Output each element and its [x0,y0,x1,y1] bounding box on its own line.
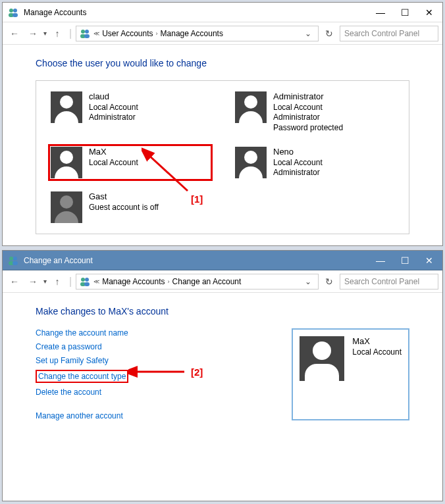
account-name: claud [89,91,138,103]
forward-button[interactable]: → [25,274,41,290]
svg-rect-11 [13,261,18,265]
refresh-button[interactable]: ↻ [321,26,337,41]
svg-point-8 [9,257,13,261]
action-link[interactable]: Delete the account [36,388,128,397]
window-manage-accounts: Manage Accounts — ☐ ✕ ← → ▾ ↑ | ≪ User A… [2,2,443,246]
account-info: GastGuest account is off [89,191,159,223]
user-accounts-icon [79,28,91,39]
selected-account-tile[interactable]: MaX Local Account [292,328,409,420]
svg-point-1 [13,9,17,13]
navbar: ← → ▾ ↑ | ≪ User Accounts › Manage Accou… [3,22,442,45]
svg-point-5 [85,30,89,34]
svg-point-12 [81,278,85,282]
account-info: claudLocal AccountAdministrator [89,91,138,134]
account-name: Gast [89,191,159,203]
content-area: Make changes to MaX's account Change the… [3,293,442,434]
maximize-button[interactable]: ☐ [397,7,413,18]
account-tile[interactable]: claudLocal AccountAdministrator [48,89,213,136]
svg-point-4 [81,30,85,34]
user-accounts-icon [8,7,18,18]
breadcrumb-segment[interactable]: Manage Accounts [161,29,223,38]
account-detail: Local Account [89,103,138,113]
navbar: ← → ▾ ↑ | ≪ Manage Accounts › Change an … [3,270,442,293]
account-tile[interactable]: NenoLocal AccountAdministrator [232,144,397,181]
titlebar[interactable]: Manage Accounts — ☐ ✕ [3,3,442,22]
breadcrumb[interactable]: ≪ User Accounts › Manage Accounts ⌄ [76,26,319,41]
breadcrumb-segment[interactable]: Manage Accounts [102,277,165,286]
account-name: MaX [89,147,138,158]
page-heading: Make changes to MaX's account [36,306,409,316]
chevron-right-icon: › [168,278,170,285]
chevron-right-icon: › [156,30,158,37]
history-dropdown[interactable]: ▾ [43,278,47,285]
svg-point-9 [13,257,17,261]
action-link[interactable]: Change the account name [36,328,128,338]
account-info: MaXLocal Account [89,147,138,178]
page-heading: Choose the user you would like to change [36,58,409,68]
action-links: Change the account nameCreate a password… [36,328,128,420]
accounts-list: claudLocal AccountAdministratorAdministr… [36,80,409,234]
titlebar[interactable]: Change an Account — ☐ ✕ [3,251,442,270]
account-name: MaX [352,336,402,347]
action-link[interactable]: Create a password [36,342,128,351]
close-button[interactable]: ✕ [421,255,437,266]
account-tile[interactable]: MaXLocal Account [48,144,213,181]
search-input[interactable]: Search Control Panel [340,26,438,41]
manage-another-link[interactable]: Manage another account [36,411,128,420]
svg-point-0 [9,9,13,13]
avatar-icon [51,91,82,123]
avatar-icon [235,147,267,178]
account-info: NenoLocal AccountAdministrator [273,147,323,178]
close-button[interactable]: ✕ [421,7,437,18]
refresh-button[interactable]: ↻ [321,274,337,290]
chevron-icon: ≪ [93,278,99,285]
account-detail: Local Account [89,158,138,168]
action-link[interactable]: Change the account type [36,370,128,383]
window-controls: — ☐ ✕ [372,255,437,266]
user-accounts-icon [79,276,91,287]
avatar-icon [235,91,267,123]
minimize-button[interactable]: — [372,255,389,266]
account-detail: Password protected [273,123,343,134]
svg-rect-3 [13,13,18,17]
account-tile[interactable]: AdministratorLocal AccountAdministratorP… [232,89,397,136]
back-button[interactable]: ← [7,26,22,41]
account-detail: Local Account [273,158,323,168]
content-area: Choose the user you would like to change… [3,45,442,247]
up-button[interactable]: ↑ [49,26,65,41]
breadcrumb-dropdown[interactable]: ⌄ [301,277,315,286]
svg-rect-7 [84,34,90,38]
avatar-icon [51,191,82,223]
account-type: Local Account [352,347,402,358]
user-accounts-icon [8,255,18,266]
breadcrumb-segment[interactable]: Change an Account [172,277,242,286]
minimize-button[interactable]: — [372,7,389,18]
account-tile[interactable]: GastGuest account is off [48,189,213,226]
account-detail: Guest account is off [89,203,159,213]
breadcrumb[interactable]: ≪ Manage Accounts › Change an Account ⌄ [76,274,319,290]
breadcrumb-dropdown[interactable]: ⌄ [301,29,315,38]
svg-rect-15 [84,282,90,286]
back-button[interactable]: ← [7,274,22,290]
account-name: Administrator [273,91,343,103]
account-detail: Administrator [273,113,343,123]
history-dropdown[interactable]: ▾ [43,30,47,37]
up-button[interactable]: ↑ [49,274,65,290]
account-info: MaX Local Account [352,336,402,357]
account-info: AdministratorLocal AccountAdministratorP… [273,91,343,134]
chevron-icon: ≪ [93,30,99,37]
maximize-button[interactable]: ☐ [397,255,413,266]
forward-button[interactable]: → [25,26,41,41]
account-detail: Local Account [273,103,343,113]
avatar-icon [51,147,82,178]
action-link[interactable]: Set up Family Safety [36,356,128,365]
search-input[interactable]: Search Control Panel [340,274,438,290]
window-controls: — ☐ ✕ [372,7,437,18]
window-change-account: Change an Account — ☐ ✕ ← → ▾ ↑ | ≪ Mana… [2,250,443,501]
account-name: Neno [273,147,323,158]
account-detail: Administrator [273,168,323,178]
window-title: Change an Account [24,256,372,265]
account-detail: Administrator [89,113,138,123]
breadcrumb-segment[interactable]: User Accounts [102,29,153,38]
avatar-icon [300,336,344,381]
